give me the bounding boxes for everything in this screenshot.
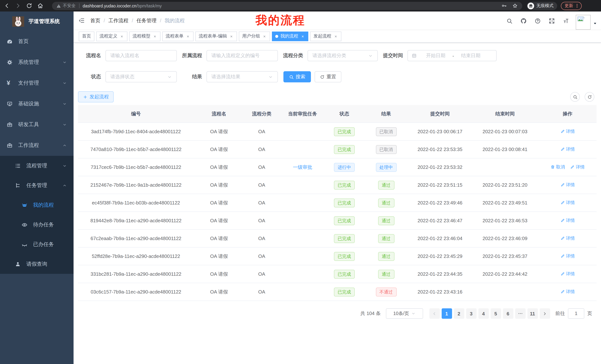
close-icon[interactable]: × bbox=[120, 34, 124, 38]
cell-submit-time: 2022-01-22 23:53:32 bbox=[409, 164, 471, 170]
page-size-select[interactable]: 10条/页 bbox=[386, 308, 423, 319]
sidebar-item[interactable]: 我的流程 bbox=[0, 195, 74, 215]
detail-link[interactable]: 详情 bbox=[560, 146, 575, 153]
cell-result: 通过 bbox=[363, 181, 409, 189]
status-select[interactable]: 请选择状态 bbox=[105, 71, 177, 82]
search-icon[interactable] bbox=[506, 18, 513, 24]
bookmark-star-icon[interactable] bbox=[512, 3, 518, 9]
next-page-button[interactable] bbox=[540, 308, 550, 319]
sidebar-item[interactable]: 基础设施 bbox=[0, 94, 74, 114]
breadcrumb-item[interactable]: 首页 bbox=[90, 17, 100, 24]
browser-update-button[interactable]: 更新 bbox=[561, 2, 582, 10]
sidebar-item[interactable]: 请假查询 bbox=[0, 254, 74, 274]
page-button-3[interactable]: 3 bbox=[466, 308, 476, 319]
key-icon[interactable] bbox=[501, 3, 507, 9]
tab-item[interactable]: 用户分组× bbox=[239, 31, 270, 41]
detail-link[interactable]: 详情 bbox=[560, 217, 575, 224]
tab-item[interactable]: 发起流程× bbox=[310, 31, 341, 41]
sidebar-item[interactable]: 已办任务 bbox=[0, 234, 74, 254]
close-icon[interactable]: × bbox=[334, 34, 338, 38]
task-link[interactable]: 一级审批 bbox=[293, 164, 312, 170]
cell-id: 52ffd28e-7b9a-11ec-a290-acde48001122 bbox=[78, 253, 194, 259]
calendar-icon bbox=[411, 53, 417, 58]
name-input[interactable]: 请输入流程名 bbox=[105, 50, 177, 61]
sidebar-item[interactable]: 系统管理 bbox=[0, 52, 74, 73]
sidebar: 芋道管理系统 首页系统管理¥支付管理基础设施研发工具工作流程流程管理任务管理我的… bbox=[0, 11, 74, 364]
tab-item[interactable]: 流程表单-编辑× bbox=[195, 31, 237, 41]
close-icon[interactable]: × bbox=[300, 34, 305, 38]
breadcrumb-item[interactable]: 工作流程 bbox=[109, 17, 129, 24]
page-button-11[interactable]: 11 bbox=[527, 308, 538, 319]
refresh-button[interactable] bbox=[585, 92, 594, 102]
cell-id: 7470a810-7b9b-11ec-b5b7-acde48001122 bbox=[78, 147, 194, 152]
page-button-5[interactable]: 5 bbox=[491, 308, 501, 319]
detail-link[interactable]: 详情 bbox=[570, 164, 585, 170]
detail-link[interactable]: 详情 bbox=[560, 289, 575, 295]
address-bar[interactable]: 不安全 dashboard.yudao.iocoder.cn/bpm/task/… bbox=[52, 2, 522, 10]
list-tree-icon bbox=[15, 163, 21, 169]
tab-active[interactable]: 我的流程× bbox=[272, 31, 308, 41]
cell-status: 已完成 bbox=[326, 181, 363, 189]
page-button-2[interactable]: 2 bbox=[454, 308, 464, 319]
browser-forward-icon[interactable] bbox=[15, 3, 21, 9]
status-tag: 已完成 bbox=[334, 145, 355, 154]
edit-icon bbox=[560, 201, 565, 205]
close-icon[interactable]: × bbox=[186, 34, 190, 38]
category-select[interactable]: 请选择流程分类 bbox=[308, 50, 378, 61]
browser-menu-kebab-icon[interactable] bbox=[575, 3, 580, 8]
detail-link[interactable]: 详情 bbox=[560, 182, 575, 188]
browser-reload-icon[interactable] bbox=[26, 3, 32, 9]
close-icon[interactable]: × bbox=[153, 34, 157, 38]
tab-item[interactable]: 首页 bbox=[79, 31, 94, 41]
detail-link[interactable]: 详情 bbox=[560, 253, 575, 259]
page-button-1[interactable]: 1 bbox=[441, 308, 452, 319]
detail-link[interactable]: 详情 bbox=[560, 128, 575, 135]
logo[interactable]: 芋道管理系统 bbox=[0, 11, 74, 31]
more-pages-button[interactable] bbox=[515, 308, 525, 319]
fullscreen-icon[interactable] bbox=[549, 18, 555, 24]
submit-time-range[interactable]: 开始日期 - 结束日期 bbox=[408, 50, 497, 61]
prev-page-button[interactable] bbox=[429, 308, 440, 319]
detail-link[interactable]: 详情 bbox=[560, 200, 575, 206]
sidebar-item[interactable]: 待办任务 bbox=[0, 215, 74, 234]
detail-link[interactable]: 详情 bbox=[560, 271, 575, 277]
close-icon[interactable]: × bbox=[229, 34, 234, 38]
sidebar-item[interactable]: 首页 bbox=[0, 31, 74, 52]
filter-row-1: 流程名 请输入流程名 所属流程 请输入流程定义的编号 流程分类 请选择流程分类 … bbox=[78, 50, 597, 61]
sidebar-item[interactable]: 工作流程 bbox=[0, 135, 74, 156]
tab-item[interactable]: 流程模型× bbox=[129, 31, 160, 41]
detail-link[interactable]: 详情 bbox=[560, 235, 575, 241]
cancel-link[interactable]: 取消 bbox=[551, 164, 565, 170]
reset-button[interactable]: 重置 bbox=[315, 71, 341, 82]
browser-back-icon[interactable] bbox=[4, 3, 10, 9]
goto-page-input[interactable]: 1 bbox=[568, 308, 584, 319]
not-secure-label[interactable]: 不安全 bbox=[63, 3, 76, 9]
cell-id: 03c6c157-7b9a-11ec-a290-acde48001122 bbox=[78, 289, 194, 295]
browser-home-icon[interactable] bbox=[37, 3, 43, 9]
sidebar-toggle-icon[interactable] bbox=[78, 18, 85, 24]
cell-category: OA bbox=[244, 129, 279, 134]
definition-input[interactable]: 请输入流程定义的编号 bbox=[207, 50, 278, 61]
sidebar-item[interactable]: ¥支付管理 bbox=[0, 73, 74, 94]
result-select[interactable]: 请选择流结果 bbox=[207, 71, 278, 82]
search-button[interactable]: 搜索 bbox=[283, 71, 311, 82]
help-icon[interactable] bbox=[534, 18, 541, 24]
show-search-button[interactable] bbox=[570, 92, 580, 102]
cell-end-time: 2022-01-22 23:44:42 bbox=[471, 271, 539, 277]
tab-item[interactable]: 流程定义× bbox=[96, 31, 127, 41]
page-button-4[interactable]: 4 bbox=[478, 308, 489, 319]
page-button-6[interactable]: 6 bbox=[503, 308, 513, 319]
toolbox-icon bbox=[7, 122, 13, 128]
close-icon[interactable]: × bbox=[262, 34, 267, 38]
github-icon[interactable] bbox=[521, 18, 527, 24]
tab-item[interactable]: 流程表单× bbox=[162, 31, 193, 41]
cell-id: 331bc281-7b9a-11ec-a290-acde48001122 bbox=[78, 271, 194, 277]
breadcrumb-item[interactable]: 任务管理 bbox=[137, 17, 157, 24]
sidebar-item[interactable]: 任务管理 bbox=[0, 175, 74, 195]
create-process-button[interactable]: 发起流程 bbox=[78, 91, 114, 102]
sidebar-item[interactable]: 研发工具 bbox=[0, 114, 74, 135]
chevron-down-icon[interactable] bbox=[593, 21, 597, 26]
font-size-icon[interactable] bbox=[563, 18, 569, 24]
avatar[interactable] bbox=[576, 15, 591, 30]
sidebar-item[interactable]: 流程管理 bbox=[0, 156, 74, 175]
